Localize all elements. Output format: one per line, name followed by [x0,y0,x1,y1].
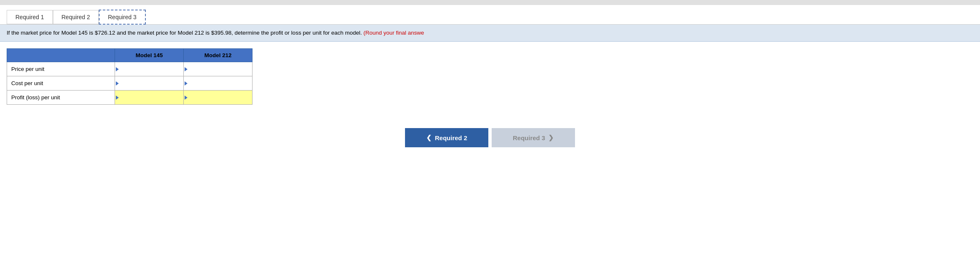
chevron-right-icon [548,134,554,141]
col-header-model212: Model 212 [184,49,252,62]
page-container: Required 1 Required 2 Required 3 If the … [0,0,980,262]
tabs-container: Required 1 Required 2 Required 3 [0,5,980,25]
tab-required2[interactable]: Required 2 [53,10,99,24]
cost-model145-cell [115,76,184,91]
profit-model145-input[interactable] [115,91,183,104]
row-label-price: Price per unit [7,62,115,76]
triangle-indicator [185,67,188,71]
row-label-profit: Profit (loss) per unit [7,91,115,105]
triangle-indicator [185,96,188,100]
table-row: Price per unit [7,62,252,76]
profit-model212-cell [184,91,252,105]
next-button[interactable]: Required 3 [492,128,575,147]
row-label-cost: Cost per unit [7,76,115,91]
profit-model212-input[interactable] [184,91,252,104]
cost-model145-input[interactable] [115,76,183,90]
price-model212-input[interactable] [184,62,252,76]
table-section: Model 145 Model 212 Price per unit [0,42,980,111]
table-row: Profit (loss) per unit [7,91,252,105]
cost-model212-cell [184,76,252,91]
data-table: Model 145 Model 212 Price per unit [7,48,252,105]
price-model212-cell [184,62,252,76]
instruction-bar: If the market price for Model 145 is $72… [0,25,980,42]
price-model145-cell [115,62,184,76]
tab-required1[interactable]: Required 1 [7,10,53,24]
col-header-model145: Model 145 [115,49,184,62]
triangle-indicator [116,96,119,100]
cost-model212-input[interactable] [184,76,252,90]
triangle-indicator [116,81,119,86]
top-bar [0,0,980,5]
chevron-left-icon [426,134,432,141]
profit-model145-cell [115,91,184,105]
nav-buttons: Required 2 Required 3 [0,128,980,160]
table-header-row: Model 145 Model 212 [7,49,252,62]
table-row: Cost per unit [7,76,252,91]
triangle-indicator [185,81,188,86]
triangle-indicator [116,67,119,71]
tab-required3[interactable]: Required 3 [99,10,146,25]
prev-button[interactable]: Required 2 [405,128,488,147]
price-model145-input[interactable] [115,62,183,76]
col-header-label [7,49,115,62]
